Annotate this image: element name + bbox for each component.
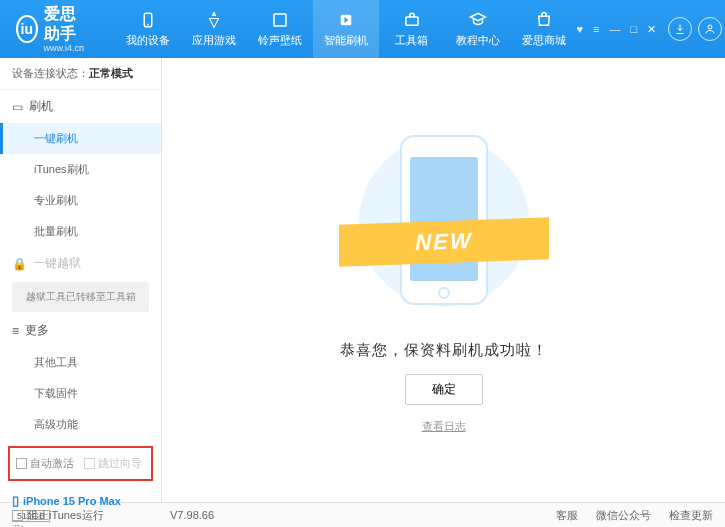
svg-rect-2 xyxy=(274,14,286,26)
close-icon[interactable]: ✕ xyxy=(647,23,656,36)
maximize-icon[interactable]: □ xyxy=(630,23,637,36)
phone-icon: ▯ xyxy=(12,493,19,508)
nav-my-device[interactable]: 我的设备 xyxy=(115,0,181,58)
nav-label: 爱思商城 xyxy=(522,33,566,48)
success-graphic: NEW xyxy=(359,127,529,327)
device-status: 设备连接状态：正常模式 xyxy=(0,58,161,90)
apps-icon xyxy=(204,10,224,30)
sidebar-item-advanced[interactable]: 高级功能 xyxy=(0,409,161,440)
nav-store[interactable]: 爱思商城 xyxy=(511,0,577,58)
wallpaper-icon xyxy=(270,10,290,30)
nav-label: 铃声壁纸 xyxy=(258,33,302,48)
lock-icon: 🔒 xyxy=(12,257,27,271)
footer-link-support[interactable]: 客服 xyxy=(556,508,578,523)
flash-section-icon: ▭ xyxy=(12,100,23,114)
checkbox-block-itunes[interactable]: 阻止iTunes运行 xyxy=(12,508,104,523)
activation-options: 自动激活 跳过向导 xyxy=(8,446,153,481)
sidebar-item-oneclick-flash[interactable]: 一键刷机 xyxy=(0,123,161,154)
checkbox-skip-guide[interactable]: 跳过向导 xyxy=(84,456,142,471)
window-controls: ♥ ≡ — □ ✕ xyxy=(577,23,657,36)
main-content: NEW 恭喜您，保资料刷机成功啦！ 确定 查看日志 xyxy=(162,58,725,502)
sidebar-item-other-tools[interactable]: 其他工具 xyxy=(0,347,161,378)
tutorial-icon xyxy=(468,10,488,30)
version-label: V7.98.66 xyxy=(170,509,214,521)
nav-ringtones[interactable]: 铃声壁纸 xyxy=(247,0,313,58)
flash-icon xyxy=(336,10,356,30)
ok-button[interactable]: 确定 xyxy=(405,374,483,405)
more-section-icon: ≡ xyxy=(12,324,19,338)
app-subtitle: www.i4.cn xyxy=(44,43,91,54)
nav-label: 教程中心 xyxy=(456,33,500,48)
nav-toolbox[interactable]: 工具箱 xyxy=(379,0,445,58)
footer-link-update[interactable]: 检查更新 xyxy=(669,508,713,523)
device-name[interactable]: ▯ iPhone 15 Pro Max xyxy=(12,493,149,508)
ribbon-text: NEW xyxy=(415,227,472,255)
nav-label: 应用游戏 xyxy=(192,33,236,48)
download-button[interactable] xyxy=(668,17,692,41)
nav-label: 工具箱 xyxy=(395,33,428,48)
checkbox-auto-activate[interactable]: 自动激活 xyxy=(16,456,74,471)
section-jailbreak: 🔒 一键越狱 xyxy=(0,247,161,280)
svg-rect-4 xyxy=(406,17,418,25)
svg-point-5 xyxy=(708,25,712,29)
nav-apps[interactable]: 应用游戏 xyxy=(181,0,247,58)
user-button[interactable] xyxy=(698,17,722,41)
top-nav: 我的设备 应用游戏 铃声壁纸 智能刷机 工具箱 教程中心 爱思商城 xyxy=(115,0,577,58)
section-more[interactable]: ≡ 更多 xyxy=(0,314,161,347)
sidebar-item-pro-flash[interactable]: 专业刷机 xyxy=(0,185,161,216)
footer-link-wechat[interactable]: 微信公众号 xyxy=(596,508,651,523)
app-header: iu 爱思助手 www.i4.cn 我的设备 应用游戏 铃声壁纸 智能刷机 工具… xyxy=(0,0,725,58)
nav-tutorials[interactable]: 教程中心 xyxy=(445,0,511,58)
minimize-icon[interactable]: — xyxy=(609,23,620,36)
sidebar: 设备连接状态：正常模式 ▭ 刷机 一键刷机 iTunes刷机 专业刷机 批量刷机… xyxy=(0,58,162,502)
nav-smart-flash[interactable]: 智能刷机 xyxy=(313,0,379,58)
device-icon xyxy=(138,10,158,30)
sidebar-item-batch-flash[interactable]: 批量刷机 xyxy=(0,216,161,247)
nav-label: 智能刷机 xyxy=(324,33,368,48)
sidebar-item-download-firmware[interactable]: 下载固件 xyxy=(0,378,161,409)
menu-icon[interactable]: ≡ xyxy=(593,23,599,36)
logo-area: iu 爱思助手 www.i4.cn xyxy=(0,4,107,53)
sidebar-item-itunes-flash[interactable]: iTunes刷机 xyxy=(0,154,161,185)
header-right: ♥ ≡ — □ ✕ xyxy=(577,17,725,41)
jailbreak-note: 越狱工具已转移至工具箱 xyxy=(12,282,149,312)
store-icon xyxy=(534,10,554,30)
menu-icon[interactable]: ♥ xyxy=(577,23,584,36)
success-message: 恭喜您，保资料刷机成功啦！ xyxy=(340,341,548,360)
section-flash[interactable]: ▭ 刷机 xyxy=(0,90,161,123)
toolbox-icon xyxy=(402,10,422,30)
nav-label: 我的设备 xyxy=(126,33,170,48)
logo-icon: iu xyxy=(16,15,38,43)
app-title: 爱思助手 xyxy=(44,4,91,42)
view-log-link[interactable]: 查看日志 xyxy=(422,419,466,434)
